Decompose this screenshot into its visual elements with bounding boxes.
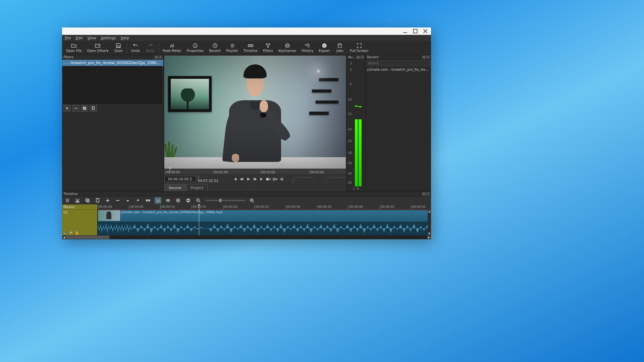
filter-list[interactable] xyxy=(63,66,162,104)
video-preview[interactable] xyxy=(164,56,346,169)
ripple-icon[interactable] xyxy=(175,197,181,204)
paste-filter-button[interactable] xyxy=(90,105,97,112)
timeline-hscroll[interactable]: ◀ ▶ xyxy=(62,235,431,239)
panel-popout-icon[interactable]: ⧉ xyxy=(422,192,426,196)
add-filter-button[interactable] xyxy=(63,105,71,112)
timeline-tracks[interactable]: 00:00:00 00:00:05 00:00:10 00:00:15 00:0… xyxy=(98,204,431,235)
track-mute-icon[interactable]: 🔈 xyxy=(63,231,67,235)
forward-icon[interactable] xyxy=(253,177,257,181)
zoom-slider[interactable] xyxy=(205,200,245,201)
clip-thumbnail xyxy=(98,210,120,221)
remove-icon[interactable] xyxy=(114,197,121,204)
scroll-right-icon[interactable]: ▶ xyxy=(427,235,431,239)
undo-button[interactable]: Undo xyxy=(128,41,143,55)
redo-button[interactable]: Redo xyxy=(143,41,158,55)
tab-source[interactable]: Source xyxy=(164,184,186,191)
panel-close-icon[interactable]: × xyxy=(361,56,364,59)
timeline-clip[interactable]: y2mate.com - ticwatch_pro_lte_review_GO0… xyxy=(98,210,431,235)
recent-search-input[interactable] xyxy=(366,60,430,66)
split-icon[interactable] xyxy=(145,197,151,204)
recent-button[interactable]: Recent xyxy=(206,41,223,55)
append-icon[interactable] xyxy=(104,197,111,204)
grid-icon[interactable]: ▾ xyxy=(273,177,277,181)
panel-popout-icon[interactable]: ⧉ xyxy=(422,56,426,59)
history-button[interactable]: History xyxy=(299,41,316,55)
panel-popout-icon[interactable]: ⧉ xyxy=(357,56,360,59)
peak-meter-button[interactable]: Peak Meter xyxy=(160,41,184,55)
menu-file[interactable]: File xyxy=(65,36,71,40)
track-hide-icon[interactable]: 👁 xyxy=(69,231,73,235)
scroll-left-icon[interactable]: ◀ xyxy=(62,235,66,239)
paste-icon[interactable] xyxy=(94,197,101,204)
remove-filter-button[interactable] xyxy=(72,105,79,112)
meter-bar-right xyxy=(359,119,362,186)
skip-start-icon[interactable] xyxy=(232,177,237,181)
preview-tabs: Source Project ······ xyxy=(164,183,346,191)
track-v1[interactable]: V1 🔈 👁 🔓 xyxy=(62,210,97,235)
play-icon[interactable] xyxy=(246,177,251,181)
svg-rect-1 xyxy=(117,46,119,48)
export-button[interactable]: Export xyxy=(316,41,333,55)
menu-settings[interactable]: Settings xyxy=(101,36,116,40)
menu-help[interactable]: Help xyxy=(121,36,129,40)
filter-source-label[interactable]: ... - ticwatch_pro_lte_review_GO0SGOwnZg… xyxy=(62,60,163,66)
recent-item[interactable]: y2mate.com - ticwatch_pro_lte_review_... xyxy=(366,67,431,72)
timecode-total: / 00:07:32:01 xyxy=(198,175,219,183)
master-track-label[interactable]: Master xyxy=(62,204,97,210)
properties-button[interactable]: Properties xyxy=(184,41,207,55)
svg-rect-19 xyxy=(148,199,150,201)
scrub-tick: 00:01:60 xyxy=(213,171,228,174)
preview-scrubber[interactable]: 00:00:00 00:01:60 00:03:60 00:05:60 xyxy=(164,169,346,174)
keyframes-button[interactable]: Keyframes xyxy=(276,41,299,55)
jobs-button[interactable]: Jobs xyxy=(332,41,347,55)
svg-rect-11 xyxy=(92,107,94,110)
copy-filter-button[interactable] xyxy=(81,105,88,112)
lift-icon[interactable] xyxy=(124,197,131,204)
filters-panel: Filters ⧉× ... - ticwatch_pro_lte_review… xyxy=(62,55,164,191)
scrub-audio-icon[interactable] xyxy=(165,197,171,204)
timeline-button[interactable]: Timeline xyxy=(240,41,260,55)
panel-close-icon[interactable]: × xyxy=(159,56,162,59)
maximize-button[interactable] xyxy=(413,29,418,34)
timeline-playhead[interactable] xyxy=(199,204,199,235)
timecode-spinner[interactable]: ▴▾ xyxy=(190,177,192,181)
cut-icon[interactable] xyxy=(74,197,81,204)
svg-point-23 xyxy=(177,200,179,201)
open-other-button[interactable]: Open Other▾ xyxy=(85,41,111,55)
filters-button[interactable]: Filters xyxy=(260,41,276,55)
fullscreen-button[interactable]: Full Screen xyxy=(347,41,371,55)
save-button[interactable]: Save xyxy=(111,41,126,55)
menu-view[interactable]: View xyxy=(88,36,96,40)
open-file-button[interactable]: Open File xyxy=(63,41,85,55)
skip-end-icon[interactable] xyxy=(259,177,264,181)
tab-project[interactable]: Project xyxy=(186,184,208,191)
timeline-ruler[interactable]: 00:00:00 00:00:05 00:00:10 00:00:15 00:0… xyxy=(98,204,431,210)
track-lock-icon[interactable]: 🔓 xyxy=(75,231,79,235)
rewind-icon[interactable] xyxy=(239,177,244,181)
timecode-current[interactable]: 00:00:16:09 ▴▾ xyxy=(164,176,196,182)
timeline-menu-icon[interactable] xyxy=(64,197,71,204)
panel-close-icon[interactable]: × xyxy=(426,192,430,196)
close-button[interactable] xyxy=(423,29,428,34)
zoom-in-icon[interactable] xyxy=(249,197,255,204)
clip-waveform xyxy=(98,222,431,235)
menu-edit[interactable]: Edit xyxy=(75,36,83,40)
playlist-button[interactable]: Playlist xyxy=(223,41,241,55)
volume-icon[interactable] xyxy=(279,177,284,181)
toggle-zoom-icon[interactable]: ▾ xyxy=(266,177,271,181)
audio-meter[interactable]: 3 0 -5 -10 -15 -20 -25 -30 -35 -40 -50 L… xyxy=(347,61,365,190)
snap-icon[interactable] xyxy=(155,197,161,204)
panel-popout-icon[interactable]: ⧉ xyxy=(155,56,158,59)
svg-rect-17 xyxy=(96,199,99,202)
minimize-button[interactable] xyxy=(403,29,408,34)
timeline-vscroll[interactable]: ▲▼ xyxy=(428,210,431,235)
meter-title: Au... xyxy=(348,55,356,59)
copy-icon[interactable] xyxy=(84,197,91,204)
panel-drag-handle[interactable]: ······ xyxy=(251,188,260,191)
zoom-out-icon[interactable] xyxy=(195,197,202,204)
menu-bar: File Edit View Settings Help xyxy=(62,35,431,41)
ripple-all-icon[interactable] xyxy=(185,197,192,204)
panel-close-icon[interactable]: × xyxy=(426,56,430,59)
overwrite-icon[interactable] xyxy=(135,197,141,204)
svg-rect-0 xyxy=(413,29,417,33)
